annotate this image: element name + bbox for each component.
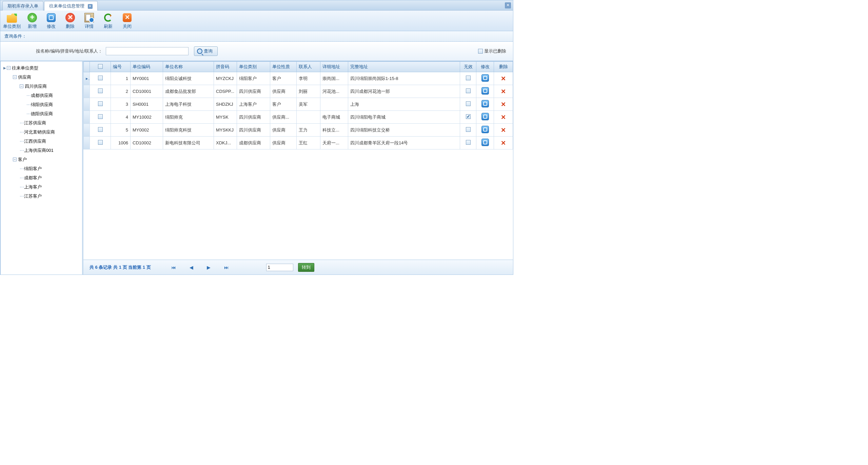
header-full-addr[interactable]: 完整地址 [348, 62, 460, 72]
edit-icon [481, 100, 489, 107]
header-pinyin[interactable]: 拼音码 [214, 62, 237, 72]
tree-shanghai-customer[interactable]: ⋯上海客户 [20, 182, 79, 191]
cell-edit[interactable] [476, 111, 494, 124]
tab-org-mgmt[interactable]: 往来单位信息管理 ✕ [44, 1, 98, 11]
tree-deyang-supplier[interactable]: ⋯德阳供应商 [26, 109, 79, 118]
delete-button[interactable]: ✕删除 [63, 13, 78, 29]
cell-edit[interactable] [476, 98, 494, 111]
pager-nav: ⏮ ◀ ▶ ⏭ [171, 265, 229, 270]
table-row[interactable]: 3SH0001上海电子科技SHDZKJ上海客户客户吴军上海✕ [84, 98, 513, 111]
row-checkbox[interactable] [90, 124, 111, 137]
header-category[interactable]: 单位类别 [237, 62, 270, 72]
table-row[interactable]: 4MY10002绵阳帅克MYSK四川供应商供应商...电子商城四川绵阳电子商城✕ [84, 111, 513, 124]
cell-pinyin: CDSPP... [214, 85, 237, 98]
row-checkbox[interactable] [90, 85, 111, 98]
cell-nature: 客户 [270, 72, 297, 85]
header-detail-addr[interactable]: 详细地址 [320, 62, 348, 72]
header-nature[interactable]: 单位性质 [270, 62, 297, 72]
cell-invalid[interactable] [460, 85, 476, 98]
row-checkbox[interactable] [90, 98, 111, 111]
page-input[interactable] [266, 264, 293, 271]
tree-jiangsu-customer[interactable]: ⋯江苏客户 [20, 191, 79, 201]
goto-button[interactable]: 转到 [298, 263, 314, 272]
cell-name: 绵阳帅克科技 [163, 124, 214, 137]
collapse-icon[interactable]: − [20, 84, 23, 88]
cell-invalid[interactable] [460, 98, 476, 111]
cell-code: SH0001 [131, 98, 163, 111]
show-deleted-checkbox[interactable]: 显示已删除 [478, 48, 506, 54]
edit-icon [481, 87, 489, 95]
close-icon[interactable]: ✕ [88, 4, 93, 9]
cell-delete[interactable]: ✕ [494, 72, 513, 85]
cell-edit[interactable] [476, 137, 494, 149]
tree-supplier[interactable]: −供应商 [13, 73, 79, 82]
tree-chengdu-customer[interactable]: ⋯成都客户 [20, 173, 79, 182]
prev-page-button[interactable]: ◀ [190, 265, 193, 270]
cell-invalid[interactable] [460, 137, 476, 149]
table-row[interactable]: 5MY0002绵阳帅克科技MYSKKJ四川供应商供应商王力科技立...四川绵阳科… [84, 124, 513, 137]
header-name[interactable]: 单位名称 [163, 62, 214, 72]
close-button[interactable]: ✕关闭 [120, 13, 135, 29]
last-page-button[interactable]: ⏭ [224, 265, 229, 270]
cell-delete[interactable]: ✕ [494, 85, 513, 98]
tree-customer[interactable]: −客户 [13, 155, 79, 164]
cell-edit[interactable] [476, 85, 494, 98]
header-no[interactable]: 编号 [111, 62, 131, 72]
tree-mianyang-customer[interactable]: ⋯绵阳客户 [20, 164, 79, 173]
checkbox-icon [478, 49, 483, 54]
body: ▶−往来单位类型 −供应商 −四川供应商 ⋯成都供应商 ⋯绵阳供应商 ⋯德阳供应… [0, 61, 513, 275]
header-invalid[interactable]: 无效 [460, 62, 476, 72]
tree-jiangxi-supplier[interactable]: ⋯江西供应商 [20, 137, 79, 146]
cell-delete[interactable]: ✕ [494, 124, 513, 137]
cell-nature: 客户 [270, 98, 297, 111]
table-row[interactable]: 2CD10001成都食品批发部CDSPP...四川供应商供应商刘丽河花池...四… [84, 85, 513, 98]
collapse-icon[interactable]: − [13, 158, 17, 161]
cell-edit[interactable] [476, 124, 494, 137]
cell-name: 绵阳众诚科技 [163, 72, 214, 85]
tree-mianyang-supplier[interactable]: ⋯绵阳供应商 [26, 100, 79, 109]
search-button[interactable]: 查询 [194, 46, 218, 56]
cell-delete[interactable]: ✕ [494, 111, 513, 124]
tree-hebei-supplier[interactable]: ⋯河北直销供应商 [20, 127, 79, 137]
tree-chengdu-supplier[interactable]: ⋯成都供应商 [26, 91, 79, 100]
cell-invalid[interactable] [460, 111, 476, 124]
tree-shanghai-supplier[interactable]: ⋯上海供应商001 [20, 146, 79, 155]
tree-jiangsu-supplier[interactable]: ⋯江苏供应商 [20, 118, 79, 127]
cell-delete[interactable]: ✕ [494, 137, 513, 149]
search-input[interactable] [106, 47, 189, 55]
row-checkbox[interactable] [90, 137, 111, 149]
category-button[interactable]: 单位类别 [3, 13, 21, 29]
tree-root[interactable]: ▶−往来单位类型 [3, 63, 79, 73]
collapse-icon[interactable]: − [7, 66, 11, 70]
header-code[interactable]: 单位编码 [131, 62, 163, 72]
table-row[interactable]: ▸1MY0001绵阳众诚科技MYZCKJ绵阳客户客户李明崇尚国...四川绵阳崇尚… [84, 72, 513, 85]
header-delete[interactable]: 删除 [494, 62, 513, 72]
tab-label: 期初库存录入单 [7, 3, 38, 8]
collapse-icon[interactable]: − [13, 75, 17, 79]
row-checkbox[interactable] [90, 111, 111, 124]
edit-button[interactable]: 修改 [44, 13, 59, 29]
cell-edit[interactable] [476, 72, 494, 85]
next-page-button[interactable]: ▶ [207, 265, 211, 270]
cell-delete[interactable]: ✕ [494, 98, 513, 111]
first-page-button[interactable]: ⏮ [171, 265, 176, 270]
header-checkbox[interactable] [90, 62, 111, 72]
table-row[interactable]: 1006CD10002新电科技有限公司XDKJ...成都供应商供应商王红天府一.… [84, 137, 513, 149]
cell-code: CD10001 [131, 85, 163, 98]
cell-contact [297, 111, 320, 124]
tabbar-close-button[interactable]: ✕ [505, 2, 511, 8]
detail-button[interactable]: 详情 [82, 13, 97, 29]
pager: 共 6 条记录 共 1 页 当前第 1 页 ⏮ ◀ ▶ ⏭ 转到 [83, 260, 513, 275]
cell-invalid[interactable] [460, 72, 476, 85]
header-edit[interactable]: 修改 [476, 62, 494, 72]
cell-invalid[interactable] [460, 124, 476, 137]
header-contact[interactable]: 联系人 [297, 62, 320, 72]
refresh-button[interactable]: 刷新 [101, 13, 116, 29]
row-checkbox[interactable] [90, 72, 111, 85]
cell-no: 3 [111, 98, 131, 111]
edit-icon [47, 13, 56, 22]
cell-no: 4 [111, 111, 131, 124]
add-button[interactable]: +新增 [25, 13, 40, 29]
tab-inventory-init[interactable]: 期初库存录入单 [2, 1, 43, 11]
tree-sichuan-supplier[interactable]: −四川供应商 [20, 82, 79, 91]
